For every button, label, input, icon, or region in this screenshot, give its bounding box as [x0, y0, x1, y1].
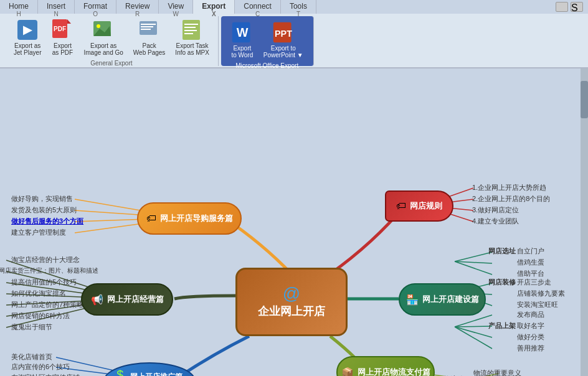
- ops-leaf-1: 淘宝店经营的十大理念: [11, 255, 80, 265]
- svg-text:W: W: [236, 26, 248, 39]
- ms-office-buttons: W Export to Word PPT Export to PowerPoin…: [227, 19, 307, 61]
- ops-leaf-5: 网上产品定价的7种策略: [11, 300, 83, 309]
- ribbon-body: ▶ Export as Jet Player PDF Export as PDF: [0, 14, 588, 68]
- app-container: HomeH InsertN FormatO ReviewR ViewW Expo…: [0, 0, 588, 376]
- export-word-label2: to Word: [231, 52, 253, 59]
- svg-line-47: [455, 315, 492, 327]
- shopping-leaf-3: 做好售后服务的3个方面: [11, 217, 83, 226]
- svg-text:▶: ▶: [23, 24, 33, 36]
- shopping-leaf-4: 建立客户管理制度: [11, 228, 66, 237]
- mpx-icon: [181, 19, 204, 41]
- tab-connect[interactable]: ConnectC: [235, 0, 281, 14]
- ops-leaf-6: 网店促销的6种方法: [11, 311, 70, 321]
- tab-format[interactable]: FormatO: [75, 0, 116, 14]
- logistics-sub1-leaf-1: 物流的重要意义: [473, 369, 521, 376]
- tab-review[interactable]: ReviewR: [116, 0, 159, 14]
- toolbar: HomeH InsertN FormatO ReviewR ViewW Expo…: [0, 0, 588, 68]
- building-sub3-leaf-1: 发布商品: [517, 310, 544, 319]
- center-node-text: 企业网上开店: [258, 305, 325, 317]
- building-sublabel-2: 网店装修: [488, 278, 516, 287]
- center-node[interactable]: @ 企业网上开店: [235, 268, 348, 336]
- building-sub3-leaf-4: 善用推荐: [517, 344, 544, 353]
- shopping-icon: 🏷: [146, 213, 156, 224]
- svg-rect-14: [184, 27, 196, 28]
- export-image-button[interactable]: Export as Image and Go: [80, 16, 126, 59]
- jetplayer-icon: ▶: [16, 19, 39, 41]
- svg-text:PDF: PDF: [54, 26, 66, 32]
- shopping-node[interactable]: 🏷 网上开店导购服务篇: [137, 202, 242, 235]
- svg-line-48: [455, 326, 492, 327]
- ops-leaf-3: 提高信用值的5个技巧: [11, 278, 77, 287]
- promotion-icon: $: [116, 368, 123, 376]
- ppt-icon: PPT: [272, 21, 295, 44]
- svg-point-6: [97, 24, 100, 28]
- general-export-label: General Export: [90, 60, 132, 67]
- svg-line-41: [455, 252, 492, 261]
- svg-rect-8: [140, 21, 157, 35]
- svg-rect-15: [184, 30, 197, 31]
- ops-leaf-7: 魔鬼出于细节: [11, 322, 52, 332]
- svg-line-49: [455, 327, 492, 337]
- pack-webpages-label2: Web Pages: [133, 49, 166, 56]
- building-sub3-leaf-3: 做好分类: [517, 332, 544, 342]
- minimize-icon[interactable]: [556, 2, 568, 12]
- help-icon[interactable]: S: [571, 2, 583, 12]
- pack-webpages-button[interactable]: Pack Web Pages: [130, 16, 169, 59]
- tab-tools[interactable]: ToolsT: [281, 0, 316, 14]
- export-word-label: Export: [233, 45, 251, 52]
- svg-text:PPT: PPT: [275, 29, 292, 39]
- ribbon-tabs: HomeH InsertN FormatO ReviewR ViewW Expo…: [0, 0, 588, 14]
- tab-export[interactable]: ExportX: [193, 0, 235, 14]
- general-export-group: ▶ Export as Jet Player PDF Export as PDF: [5, 16, 219, 66]
- svg-rect-16: [184, 33, 193, 34]
- promotion-label: 网上开店推广篇（初级）: [130, 372, 183, 376]
- export-ppt-button[interactable]: PPT Export to PowerPoint ▼: [260, 19, 307, 61]
- rules-leaf-2: 2.企业网上开店的8个目的: [472, 194, 550, 204]
- ms-office-group: W Export to Word PPT Export to PowerPoin…: [221, 16, 314, 66]
- operations-icon: 📢: [91, 294, 103, 306]
- building-node[interactable]: 🏪 网上开店建设篇: [399, 283, 486, 316]
- tab-insert[interactable]: InsertN: [38, 0, 75, 14]
- promo-leaf-1: 美化店铺首页: [11, 352, 52, 362]
- promo-leaf-2: 店内宣传的6个技巧: [11, 362, 70, 372]
- promo-leaf-3: 在淘宝社区中宣传店铺: [11, 373, 80, 376]
- export-image-label: Export as: [90, 42, 116, 49]
- image-icon: [92, 19, 115, 41]
- word-icon: W: [231, 21, 254, 44]
- building-sub2-leaf-1: 开店三步走: [517, 278, 551, 287]
- rules-leaf-1: 1.企业网上开店大势所趋: [472, 183, 546, 192]
- logistics-icon: 📦: [341, 367, 354, 377]
- building-sub3-leaf-2: 取好名字: [517, 321, 544, 331]
- shopping-leaf-1: 做好导购，实现销售: [11, 194, 73, 204]
- export-pdf-button[interactable]: PDF Export as PDF: [47, 16, 77, 59]
- pack-webpages-label: Pack: [142, 42, 156, 49]
- building-sub1-leaf-2: 借鸡生蛋: [517, 258, 544, 267]
- mindmap-canvas: @ 企业网上开店 🏷 网上开店导购服务篇 做好导购，实现销售 发货及包装的5大原…: [0, 68, 588, 376]
- shopping-label: 网上开店导购服务篇: [160, 213, 233, 224]
- general-export-buttons: ▶ Export as Jet Player PDF Export as PDF: [10, 16, 213, 59]
- building-label: 网上开店建设篇: [422, 294, 479, 305]
- export-ppt-label: Export to: [271, 45, 296, 52]
- export-word-button[interactable]: W Export to Word: [227, 19, 257, 61]
- rules-label: 网店规则: [410, 200, 442, 212]
- svg-rect-13: [184, 24, 198, 25]
- logistics-label: 网上开店物流支付篇: [358, 367, 430, 376]
- tab-home[interactable]: HomeH: [0, 0, 38, 14]
- export-jetplayer-button[interactable]: ▶ Export as Jet Player: [10, 16, 45, 59]
- svg-rect-11: [141, 29, 151, 30]
- webpages-icon: [138, 19, 161, 41]
- export-image-label2: Image and Go: [83, 49, 123, 56]
- export-jetplayer-label: Export as: [14, 42, 40, 49]
- building-sub2-leaf-2: 店铺装修九要素: [517, 289, 565, 298]
- logistics-node[interactable]: 📦 网上开店物流支付篇: [336, 356, 435, 376]
- export-mpx-button[interactable]: Export Task Info as MPX: [171, 16, 212, 59]
- export-mpx-label: Export Task: [176, 42, 209, 49]
- operations-node[interactable]: 📢 网上开店经营篇: [81, 283, 173, 316]
- svg-line-50: [455, 327, 492, 349]
- export-pdf-label2: as PDF: [52, 49, 73, 56]
- svg-marker-4: [67, 19, 71, 24]
- rules-node[interactable]: 🏷 网店规则: [385, 190, 453, 222]
- tab-view[interactable]: ViewW: [159, 0, 193, 14]
- export-ppt-label2: PowerPoint ▼: [263, 52, 303, 59]
- building-sub1-leaf-3: 借助平台: [517, 269, 544, 278]
